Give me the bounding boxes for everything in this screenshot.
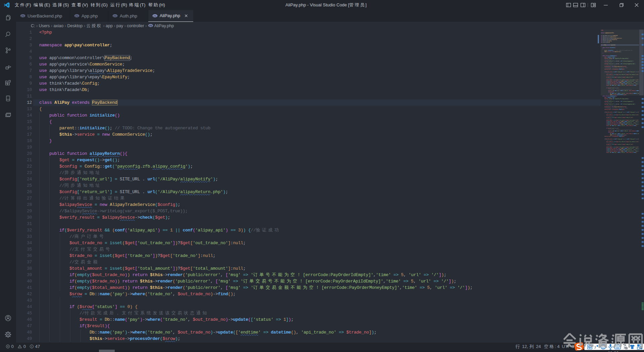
svg-text:php: php xyxy=(149,25,152,27)
svg-text:php: php xyxy=(21,15,24,17)
svg-text:php: php xyxy=(153,15,157,17)
svg-text:php: php xyxy=(113,15,117,17)
svg-text:php: php xyxy=(75,15,78,17)
